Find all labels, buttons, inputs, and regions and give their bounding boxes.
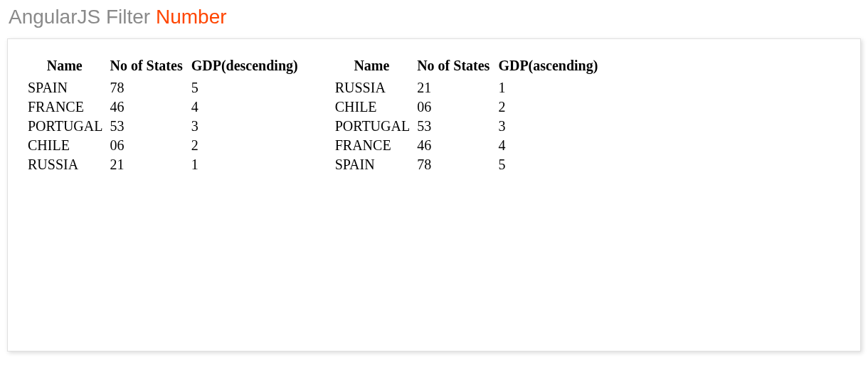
table-ascending: Name No of States GDP(ascending) RUSSIA … xyxy=(331,56,603,174)
cell-gdp: 5 xyxy=(494,155,602,174)
table-row: SPAIN 78 5 xyxy=(23,78,302,97)
title-prefix: AngularJS Filter xyxy=(9,6,156,28)
cell-name: CHILE xyxy=(23,136,105,155)
table-header-row: Name No of States GDP(ascending) xyxy=(331,56,603,78)
cell-name: SPAIN xyxy=(23,78,105,97)
title-highlight: Number xyxy=(156,6,227,28)
cell-states: 06 xyxy=(413,97,494,117)
cell-states: 21 xyxy=(105,155,186,174)
table-row: RUSSIA 21 1 xyxy=(331,78,603,97)
cell-states: 21 xyxy=(413,78,494,97)
cell-gdp: 4 xyxy=(494,136,602,155)
cell-states: 53 xyxy=(413,117,494,136)
table-row: PORTUGAL 53 3 xyxy=(331,117,603,136)
cell-name: SPAIN xyxy=(331,155,413,174)
col-name: Name xyxy=(331,56,413,78)
table-descending: Name No of States GDP(descending) SPAIN … xyxy=(23,56,302,174)
content-panel: Name No of States GDP(descending) SPAIN … xyxy=(7,38,861,352)
cell-gdp: 2 xyxy=(494,97,602,117)
cell-name: RUSSIA xyxy=(23,155,105,174)
col-states: No of States xyxy=(105,56,186,78)
cell-gdp: 4 xyxy=(187,97,302,117)
cell-states: 78 xyxy=(105,78,186,97)
cell-name: CHILE xyxy=(331,97,413,117)
cell-name: PORTUGAL xyxy=(23,117,105,136)
table-row: PORTUGAL 53 3 xyxy=(23,117,302,136)
col-states: No of States xyxy=(413,56,494,78)
cell-gdp: 1 xyxy=(494,78,602,97)
table-row: RUSSIA 21 1 xyxy=(23,155,302,174)
table-row: SPAIN 78 5 xyxy=(331,155,603,174)
cell-states: 46 xyxy=(413,136,494,155)
table-header-row: Name No of States GDP(descending) xyxy=(23,56,302,78)
cell-gdp: 1 xyxy=(187,155,302,174)
tables-row: Name No of States GDP(descending) SPAIN … xyxy=(23,56,845,174)
cell-gdp: 3 xyxy=(494,117,602,136)
cell-states: 06 xyxy=(105,136,186,155)
cell-name: PORTUGAL xyxy=(331,117,413,136)
cell-name: FRANCE xyxy=(23,97,105,117)
col-gdp-asc: GDP(ascending) xyxy=(494,56,602,78)
cell-name: RUSSIA xyxy=(331,78,413,97)
table-row: FRANCE 46 4 xyxy=(23,97,302,117)
cell-gdp: 3 xyxy=(187,117,302,136)
page-title: AngularJS Filter Number xyxy=(7,6,861,28)
table-row: FRANCE 46 4 xyxy=(331,136,603,155)
table-row: CHILE 06 2 xyxy=(331,97,603,117)
col-gdp-desc: GDP(descending) xyxy=(187,56,302,78)
cell-name: FRANCE xyxy=(331,136,413,155)
cell-gdp: 2 xyxy=(187,136,302,155)
table-row: CHILE 06 2 xyxy=(23,136,302,155)
cell-states: 46 xyxy=(105,97,186,117)
col-name: Name xyxy=(23,56,105,78)
cell-states: 53 xyxy=(105,117,186,136)
cell-gdp: 5 xyxy=(187,78,302,97)
cell-states: 78 xyxy=(413,155,494,174)
